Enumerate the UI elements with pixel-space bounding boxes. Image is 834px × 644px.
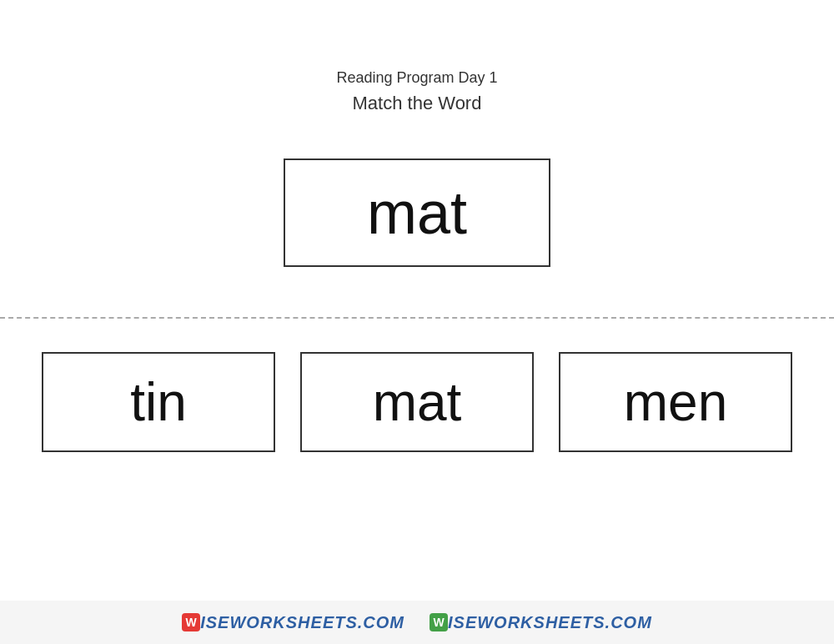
choice-box-1[interactable]: tin xyxy=(42,352,275,452)
logo2-w-icon: W xyxy=(430,613,448,631)
choice-box-2[interactable]: mat xyxy=(300,352,534,452)
page: Reading Program Day 1 Match the Word mat… xyxy=(0,0,834,644)
dashed-divider xyxy=(0,317,834,319)
footer: W ISEWORKSHEETS.COM W ISEWORKSHEETS.COM xyxy=(0,601,834,644)
choice-word-2: mat xyxy=(373,371,462,433)
choice-word-3: men xyxy=(624,371,728,433)
header-subtitle: Reading Program Day 1 xyxy=(336,67,497,89)
logo1-text: ISEWORKSHEETS.COM xyxy=(200,613,404,632)
logo-divider xyxy=(404,615,430,630)
logo2-text: ISEWORKSHEETS.COM xyxy=(448,613,652,632)
main-word: mat xyxy=(367,179,467,247)
choice-box-3[interactable]: men xyxy=(559,352,792,452)
choice-word-1: tin xyxy=(130,371,187,433)
logo1-w-icon: W xyxy=(182,613,200,631)
main-word-box: mat xyxy=(284,158,550,267)
choices-row: tin mat men xyxy=(42,352,792,452)
header: Reading Program Day 1 Match the Word xyxy=(336,67,497,117)
header-title: Match the Word xyxy=(336,89,497,117)
